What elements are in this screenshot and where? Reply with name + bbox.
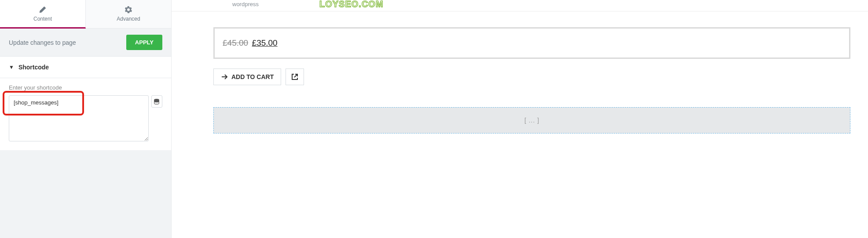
add-to-cart-label: ADD TO CART xyxy=(231,73,274,80)
price-original: £45.00 xyxy=(223,38,248,47)
arrow-right-icon xyxy=(221,73,228,80)
dynamic-tags-button[interactable] xyxy=(151,95,163,108)
gear-icon xyxy=(125,6,132,13)
update-text: Update changes to page xyxy=(9,39,76,46)
external-link-icon xyxy=(291,73,298,80)
watermark-text: LOYSEO.COM xyxy=(319,0,384,9)
price-sale: £35.00 xyxy=(252,38,278,47)
pencil-icon xyxy=(39,6,46,13)
section-title: Shortcode xyxy=(18,64,49,71)
database-icon xyxy=(154,98,160,105)
add-to-cart-button[interactable]: ADD TO CART xyxy=(213,69,281,85)
tab-advanced-label: Advanced xyxy=(117,16,140,22)
shortcode-placeholder-widget[interactable]: [ ... ] xyxy=(213,107,850,133)
caret-down-icon: ▼ xyxy=(9,64,14,70)
tab-advanced[interactable]: Advanced xyxy=(86,0,171,29)
tab-content[interactable]: Content xyxy=(0,0,86,29)
apply-button[interactable]: APPLY xyxy=(126,35,162,50)
external-link-button[interactable] xyxy=(286,69,304,85)
tab-content-label: Content xyxy=(33,16,52,22)
section-header-shortcode[interactable]: ▼ Shortcode xyxy=(0,57,171,78)
price-widget[interactable]: £45.00 £35.00 xyxy=(213,27,850,59)
shortcode-field-label: Enter your shortcode xyxy=(9,84,162,91)
shortcode-input[interactable] xyxy=(9,95,149,141)
divider xyxy=(172,11,868,11)
breadcrumb-text: wordpress xyxy=(232,1,259,7)
placeholder-text: [ ... ] xyxy=(524,117,539,124)
update-row: Update changes to page APPLY xyxy=(0,29,171,57)
